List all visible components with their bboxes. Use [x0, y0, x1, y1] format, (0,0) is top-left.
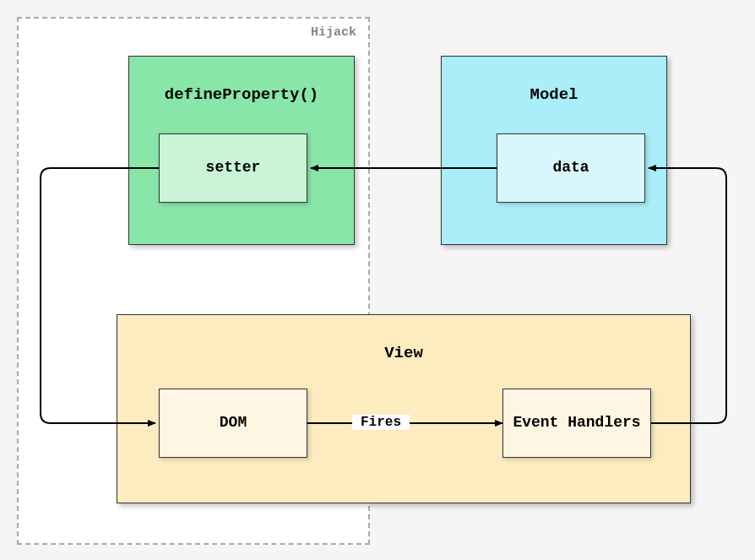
setter-box: setter: [159, 133, 307, 203]
hijack-label: Hijack: [311, 25, 356, 40]
event-handlers-box: Event Handlers: [502, 389, 651, 458]
data-box: data: [497, 133, 645, 203]
diagram-canvas: Hijack defineProperty() setter Model dat…: [0, 0, 755, 560]
model-title: Model: [442, 85, 666, 104]
dom-box: DOM: [159, 389, 307, 458]
defineproperty-title: defineProperty(): [129, 85, 354, 104]
view-title: View: [117, 344, 690, 362]
fires-edge-label: Fires: [352, 415, 410, 430]
